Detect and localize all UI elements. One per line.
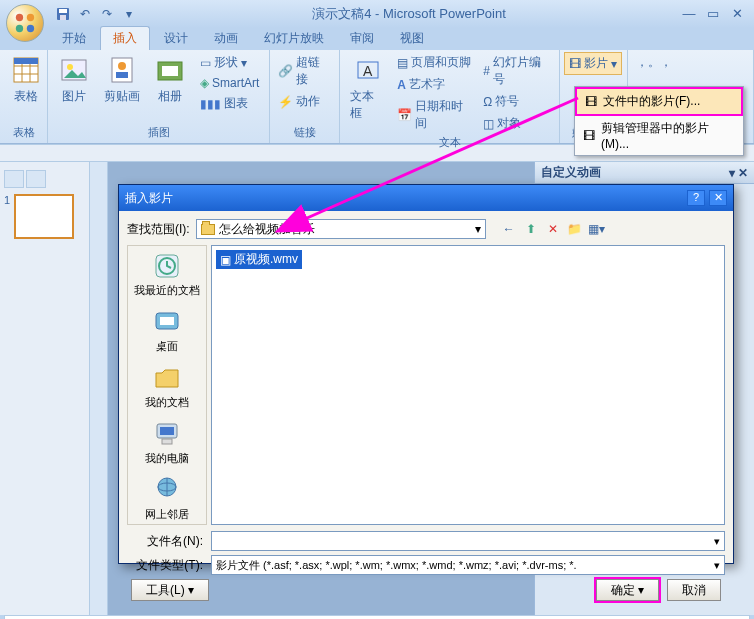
shapes-icon: ▭ xyxy=(200,56,211,70)
movie-from-file[interactable]: 🎞文件中的影片(F)... xyxy=(575,87,743,116)
restore-button[interactable]: ▭ xyxy=(704,6,722,22)
back-icon[interactable]: ← xyxy=(500,220,518,238)
dialog-help-icon[interactable]: ? xyxy=(687,190,705,206)
slidenumber-button[interactable]: #幻灯片编号 xyxy=(479,52,555,90)
hyperlink-button[interactable]: 🔗超链接 xyxy=(274,52,335,90)
svg-rect-20 xyxy=(162,66,178,76)
group-text: 文本 xyxy=(344,134,555,151)
svg-rect-28 xyxy=(160,427,174,435)
album-button[interactable]: 相册 xyxy=(148,52,192,107)
textbox-button[interactable]: A文本框 xyxy=(344,52,391,124)
headerfooter-button[interactable]: ▤页眉和页脚 xyxy=(393,52,477,73)
wordart-button[interactable]: A艺术字 xyxy=(393,74,477,95)
slides-tab[interactable] xyxy=(4,170,24,188)
taskpane-close-icon[interactable]: ▾ ✕ xyxy=(729,166,748,180)
shapes-button[interactable]: ▭形状▾ xyxy=(196,52,263,73)
wmv-icon: ▣ xyxy=(220,253,231,267)
picture-button[interactable]: 图片 xyxy=(52,52,96,107)
insert-movie-dialog: 插入影片 ?✕ 查找范围(I): 怎么给视频加音乐 ▾ ← ⬆ ✕ 📁 ▦▾ 我… xyxy=(118,184,734,564)
tools-button[interactable]: 工具(L) ▾ xyxy=(131,579,209,601)
symbol-button[interactable]: Ω符号 xyxy=(479,91,555,112)
qat-dropdown-icon[interactable]: ▾ xyxy=(120,5,138,23)
special-button[interactable]: ，。， xyxy=(632,52,676,73)
taskpane-title: 自定义动画 xyxy=(541,164,601,181)
places-bar: 我最近的文档 桌面 我的文档 我的电脑 网上邻居 xyxy=(127,245,207,525)
svg-text:A: A xyxy=(363,63,373,79)
newfolder-icon[interactable]: 📁 xyxy=(566,220,584,238)
filename-input[interactable]: ▾ xyxy=(211,531,725,551)
svg-point-14 xyxy=(67,64,73,70)
mydocs-icon xyxy=(151,362,183,394)
tab-anim[interactable]: 动画 xyxy=(202,27,250,50)
filetype-combo[interactable]: 影片文件 (*.asf; *.asx; *.wpl; *.wm; *.wmx; … xyxy=(211,555,725,575)
undo-icon[interactable]: ↶ xyxy=(76,5,94,23)
place-network[interactable]: 网上邻居 xyxy=(145,474,189,520)
svg-rect-5 xyxy=(59,9,67,13)
movie-button[interactable]: 🎞影片▾ xyxy=(564,52,622,75)
table-icon xyxy=(10,54,42,86)
ok-button[interactable]: 确定 ▾ xyxy=(596,579,659,601)
slides-panel: 1 xyxy=(0,162,90,615)
svg-point-0 xyxy=(16,14,23,21)
chart-icon: ▮▮▮ xyxy=(200,97,221,111)
office-button[interactable] xyxy=(6,4,44,42)
tab-design[interactable]: 设计 xyxy=(152,27,200,50)
up-icon[interactable]: ⬆ xyxy=(522,220,540,238)
clipart-icon xyxy=(106,54,138,86)
tab-slideshow[interactable]: 幻灯片放映 xyxy=(252,27,336,50)
outline-tab[interactable] xyxy=(26,170,46,188)
dialog-close-icon[interactable]: ✕ xyxy=(709,190,727,206)
place-recent[interactable]: 我最近的文档 xyxy=(134,250,200,296)
smartart-button[interactable]: ◈SmartArt xyxy=(196,74,263,92)
place-mycomputer[interactable]: 我的电脑 xyxy=(145,418,189,464)
tab-view[interactable]: 视图 xyxy=(388,27,436,50)
tab-insert[interactable]: 插入 xyxy=(100,26,150,50)
action-button[interactable]: ⚡动作 xyxy=(274,91,335,112)
recent-icon xyxy=(151,250,183,282)
clipart-button[interactable]: 剪贴画 xyxy=(98,52,146,107)
cancel-button[interactable]: 取消 xyxy=(667,579,721,601)
place-mydocs[interactable]: 我的文档 xyxy=(145,362,189,408)
film-icon: 🎞 xyxy=(585,95,597,109)
slide-thumbnail-1[interactable]: 1 xyxy=(4,194,85,239)
wordart-icon: A xyxy=(397,78,406,92)
filetype-label: 文件类型(T): xyxy=(127,557,203,574)
svg-rect-29 xyxy=(162,439,172,444)
chart-button[interactable]: ▮▮▮图表 xyxy=(196,93,263,114)
picture-icon xyxy=(58,54,90,86)
network-icon xyxy=(151,474,183,506)
delete-icon[interactable]: ✕ xyxy=(544,220,562,238)
svg-rect-12 xyxy=(14,58,38,64)
tab-review[interactable]: 审阅 xyxy=(338,27,386,50)
group-illustrations: 插图 xyxy=(52,124,265,141)
textbox-icon: A xyxy=(352,54,384,86)
file-list[interactable]: ▣原视频.wmv xyxy=(211,245,725,525)
close-button[interactable]: ✕ xyxy=(728,6,746,22)
object-button[interactable]: ◫对象 xyxy=(479,113,555,134)
svg-point-3 xyxy=(27,25,34,32)
table-button[interactable]: 表格 xyxy=(4,52,48,107)
save-icon[interactable] xyxy=(54,5,72,23)
notes-area[interactable]: 单击此处添加备注 自动预览 xyxy=(4,615,750,619)
svg-point-2 xyxy=(16,25,23,32)
tab-home[interactable]: 开始 xyxy=(50,27,98,50)
minimize-button[interactable]: — xyxy=(680,6,698,22)
movie-from-organizer[interactable]: 🎞剪辑管理器中的影片(M)... xyxy=(575,116,743,155)
svg-point-1 xyxy=(27,14,34,21)
views-icon[interactable]: ▦▾ xyxy=(588,220,606,238)
dialog-title: 插入影片 xyxy=(125,190,173,207)
datetime-button[interactable]: 📅日期和时间 xyxy=(393,96,477,134)
folder-icon xyxy=(201,224,215,235)
redo-icon[interactable]: ↷ xyxy=(98,5,116,23)
svg-point-17 xyxy=(118,62,126,70)
svg-rect-26 xyxy=(160,317,174,325)
album-icon xyxy=(154,54,186,86)
smartart-icon: ◈ xyxy=(200,76,209,90)
desktop-icon xyxy=(151,306,183,338)
file-item-selected[interactable]: ▣原视频.wmv xyxy=(216,250,302,269)
movie-icon: 🎞 xyxy=(569,57,581,71)
film-icon: 🎞 xyxy=(583,129,595,143)
place-desktop[interactable]: 桌面 xyxy=(151,306,183,352)
lookin-label: 查找范围(I): xyxy=(127,221,190,238)
lookin-combo[interactable]: 怎么给视频加音乐 ▾ xyxy=(196,219,486,239)
